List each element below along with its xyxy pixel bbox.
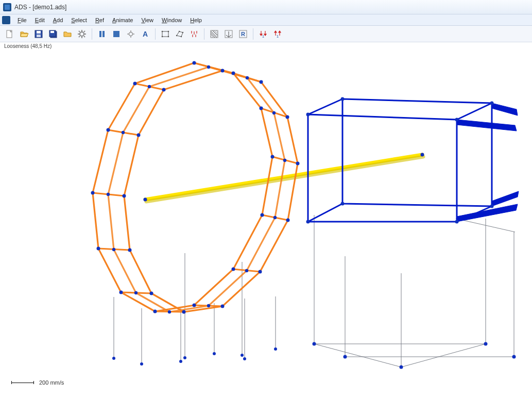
letter-a-icon: A <box>141 29 150 39</box>
box-button[interactable] <box>159 27 172 41</box>
model-svg <box>0 42 532 398</box>
svg-point-146 <box>148 85 151 88</box>
svg-point-133 <box>162 88 166 92</box>
arrows-up-icon: 1 <box>273 29 282 39</box>
svg-point-81 <box>341 97 345 101</box>
svg-line-70 <box>401 344 486 367</box>
svg-point-110 <box>232 72 235 75</box>
svg-point-154 <box>243 357 246 360</box>
menu-help[interactable]: Help <box>186 16 206 24</box>
svg-point-120 <box>193 304 196 307</box>
axes-button[interactable] <box>222 27 235 41</box>
stop-button[interactable] <box>110 27 123 41</box>
svg-point-117 <box>286 219 290 222</box>
svg-point-109 <box>221 69 225 73</box>
svg-point-140 <box>207 304 210 307</box>
svg-point-134 <box>207 65 210 69</box>
svg-point-30 <box>176 35 177 36</box>
svg-point-127 <box>128 248 132 252</box>
folder-open-icon <box>20 29 29 39</box>
svg-point-129 <box>123 194 126 198</box>
svg-point-79 <box>306 113 310 117</box>
svg-point-19 <box>129 32 133 36</box>
svg-point-31 <box>179 30 180 31</box>
svg-point-124 <box>119 291 123 294</box>
svg-point-88 <box>484 342 488 346</box>
sparks-icon <box>190 29 199 39</box>
settings-button[interactable] <box>75 27 89 41</box>
svg-point-33 <box>181 36 182 37</box>
svg-rect-2 <box>37 31 41 34</box>
pause-icon <box>97 29 107 39</box>
stop-icon <box>112 29 121 39</box>
text-a-button[interactable]: A <box>139 27 152 41</box>
arrows-up-button[interactable]: 1 <box>271 27 284 41</box>
arrows-down-button[interactable]: 1 <box>256 27 270 41</box>
svg-point-153 <box>213 352 216 355</box>
saveall-button[interactable] <box>46 27 60 41</box>
svg-point-116 <box>261 213 264 217</box>
menu-animate[interactable]: Animate <box>108 16 137 24</box>
svg-rect-25 <box>162 31 168 37</box>
box-icon <box>161 29 170 39</box>
toolbar-separator <box>253 28 253 40</box>
svg-point-80 <box>455 118 459 122</box>
svg-text:A: A <box>143 30 148 38</box>
svg-point-27 <box>168 30 169 32</box>
sparks-button[interactable] <box>187 27 201 41</box>
menubar: File Edit Add Select Ref Animate View Wi… <box>0 14 532 26</box>
svg-point-131 <box>137 134 141 137</box>
svg-line-75 <box>308 99 342 114</box>
svg-point-32 <box>182 31 183 32</box>
menu-file[interactable]: File <box>13 16 31 24</box>
svg-point-128 <box>91 191 95 195</box>
gear2-button[interactable] <box>124 27 138 41</box>
toolbar-separator <box>155 28 156 40</box>
svg-point-86 <box>490 205 494 208</box>
toolbar-separator <box>92 28 92 40</box>
pause-button[interactable] <box>95 27 109 41</box>
svg-point-115 <box>296 162 300 165</box>
svg-rect-6 <box>50 31 54 33</box>
svg-point-118 <box>232 268 235 271</box>
new-button[interactable] <box>3 27 16 41</box>
svg-point-147 <box>144 198 147 202</box>
svg-line-77 <box>308 204 342 222</box>
svg-rect-16 <box>99 31 101 37</box>
viewport[interactable]: Looseness (48,5 Hz) <box>0 42 532 398</box>
arrows-down-icon: 1 <box>259 29 268 39</box>
svg-point-149 <box>112 357 115 360</box>
svg-point-83 <box>306 220 310 224</box>
hatch-button[interactable] <box>208 27 221 41</box>
svg-rect-3 <box>37 35 41 37</box>
menu-select[interactable]: Select <box>67 16 91 24</box>
save-button[interactable] <box>32 27 45 41</box>
svg-line-12 <box>79 31 80 32</box>
r-button[interactable]: R <box>236 27 250 41</box>
svg-line-51 <box>226 35 229 37</box>
svg-point-137 <box>283 159 286 162</box>
svg-point-144 <box>107 193 110 196</box>
svg-point-130 <box>107 128 110 132</box>
menu-ref[interactable]: Ref <box>91 16 108 24</box>
menu-view[interactable]: View <box>137 16 158 24</box>
svg-point-7 <box>80 32 84 36</box>
menu-window[interactable]: Window <box>158 16 186 24</box>
menubar-icon <box>2 16 10 24</box>
toolbar: A R 1 1 <box>0 26 532 42</box>
svg-point-84 <box>455 220 459 224</box>
scale-bar: 200 mm/s <box>11 379 64 386</box>
open-button[interactable] <box>18 27 31 41</box>
svg-point-91 <box>400 366 403 369</box>
svg-line-69 <box>314 344 401 367</box>
svg-line-52 <box>229 35 231 37</box>
svg-text:R: R <box>241 31 245 37</box>
svg-point-114 <box>271 155 274 159</box>
svg-point-151 <box>179 360 182 363</box>
svg-point-87 <box>313 342 316 346</box>
folder-button[interactable] <box>61 27 74 41</box>
quad-button[interactable] <box>173 27 186 41</box>
menu-add[interactable]: Add <box>49 16 67 24</box>
menu-edit[interactable]: Edit <box>31 16 49 24</box>
letter-r-icon: R <box>238 29 248 39</box>
